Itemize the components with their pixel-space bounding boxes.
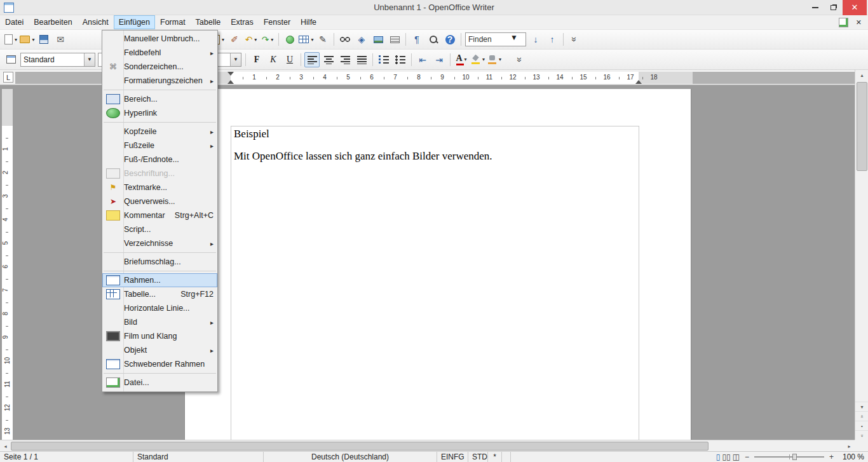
decrease-indent-button[interactable]: ⇤	[415, 52, 430, 67]
next-page-button[interactable]: «	[855, 430, 868, 440]
email-button[interactable]: ✉	[53, 32, 68, 47]
font-size-dropdown-arrow-icon[interactable]: ▼	[230, 53, 241, 66]
insert-menu-item-kopfzeile[interactable]: Kopfzeile▸	[102, 125, 217, 139]
open-dropdown-arrow-icon[interactable]: ▾	[32, 37, 34, 43]
find-input[interactable]	[466, 33, 510, 46]
find-next-button[interactable]: ↓	[528, 32, 543, 47]
indent-marker[interactable]	[635, 80, 642, 84]
styles-panel-button[interactable]	[3, 52, 18, 67]
restore-button[interactable]	[824, 0, 843, 15]
find-previous-button[interactable]: ↑	[545, 32, 560, 47]
paragraph-style-combo[interactable]: Standard▼	[20, 53, 95, 67]
menubar-item-ansicht[interactable]: Ansicht	[78, 15, 114, 29]
horizontal-scrollbar-thumb[interactable]	[11, 442, 709, 451]
background-color-button[interactable]: ▾	[487, 52, 502, 67]
background-color-dropdown-arrow-icon[interactable]: ▾	[499, 57, 501, 62]
menubar-item-hilfe[interactable]: Hilfe	[295, 15, 322, 29]
insert-menu-item-bild[interactable]: Bild▸	[102, 315, 217, 329]
new-document-button[interactable]: ▾	[3, 32, 18, 47]
view-single-page-icon[interactable]: ▯	[716, 452, 721, 461]
insert-menu-item-bereich[interactable]: Bereich...	[102, 92, 217, 106]
view-book-icon[interactable]: ◫	[733, 452, 740, 461]
update-notification-icon[interactable]	[839, 18, 848, 27]
insert-menu-item-tabelle[interactable]: Tabelle...Strg+F12	[102, 287, 217, 301]
numbered-list-button[interactable]	[376, 52, 391, 67]
vertical-ruler[interactable]: 12345678910111213	[2, 89, 13, 440]
insert-menu-item-script[interactable]: Script...	[102, 222, 217, 236]
help-button[interactable]: ?	[442, 32, 458, 47]
highlighting-button[interactable]: ▾	[470, 52, 485, 67]
insert-menu-item-formatierungszeichen[interactable]: Formatierungszeichen▸	[102, 74, 217, 88]
paragraph-style-dropdown-arrow-icon[interactable]: ▼	[84, 53, 95, 66]
paste-dropdown-arrow-icon[interactable]: ▾	[222, 37, 224, 43]
insert-menu-item-film-und-klang[interactable]: Film und Klang	[102, 329, 217, 343]
vertical-scrollbar[interactable]: ▴ ▾ « • «	[855, 70, 868, 440]
find-dropdown-arrow-icon[interactable]: ▼	[510, 33, 518, 46]
document-page[interactable]: Beispiel Mit OpenOffice lassen sich ganz…	[184, 89, 691, 440]
navigator-button[interactable]: ◈	[354, 32, 369, 47]
new-document-dropdown-arrow-icon[interactable]: ▾	[15, 37, 17, 43]
insert-menu-item-briefumschlag[interactable]: Briefumschlag...	[102, 255, 217, 269]
status-insert-mode[interactable]: EINFG	[437, 452, 468, 462]
find-replace-button[interactable]	[337, 32, 353, 47]
underline-button[interactable]: U	[282, 52, 297, 67]
first-line-indent-marker[interactable]	[227, 72, 234, 76]
zoom-level[interactable]: 100 %	[839, 452, 864, 461]
navigation-button[interactable]: •	[855, 421, 868, 430]
font-color-button[interactable]: A▾	[454, 52, 469, 67]
insert-menu-item-sonderzeichen[interactable]: ⌘Sonderzeichen...	[102, 60, 217, 74]
zoom-slider[interactable]	[754, 453, 824, 461]
status-language[interactable]: Deutsch (Deutschland)	[264, 452, 437, 462]
font-size-combo[interactable]: ▼	[215, 53, 241, 67]
scroll-up-button[interactable]: ▴	[855, 70, 868, 81]
horizontal-scrollbar[interactable]: ◂ ▸	[0, 440, 855, 451]
undo-dropdown-arrow-icon[interactable]: ▾	[254, 37, 257, 43]
insert-menu-item-verzeichnisse[interactable]: Verzeichnisse▸	[102, 236, 217, 250]
insert-menu-item-querverweis[interactable]: ➤Querverweis...	[102, 194, 217, 208]
menubar-item-extras[interactable]: Extras	[226, 15, 258, 29]
insert-menu-item-hyperlink[interactable]: Hyperlink	[102, 106, 217, 120]
close-document-button[interactable]: ✕	[853, 18, 864, 27]
align-right-button[interactable]	[337, 52, 353, 67]
redo-dropdown-arrow-icon[interactable]: ▾	[271, 37, 273, 43]
align-left-button[interactable]	[304, 52, 320, 67]
scroll-right-button[interactable]: ▸	[844, 440, 855, 452]
status-page-style[interactable]: Standard	[133, 452, 264, 462]
data-sources-button[interactable]	[387, 32, 402, 47]
format-toolbar-overflow-button[interactable]: »	[512, 52, 527, 67]
status-page-number[interactable]: Seite 1 / 1	[0, 452, 133, 462]
draw-functions-button[interactable]: ✎	[315, 32, 330, 47]
italic-button[interactable]: K	[266, 52, 281, 67]
status-selection-mode[interactable]: STD	[468, 452, 488, 462]
nonprinting-characters-button[interactable]: ¶	[409, 32, 424, 47]
view-multi-page-icon[interactable]: ▯▯	[722, 452, 730, 461]
table-dropdown-arrow-icon[interactable]: ▾	[311, 37, 313, 43]
zoom-in-button[interactable]: +	[828, 452, 835, 461]
previous-page-button[interactable]: «	[855, 411, 868, 421]
toolbar-overflow-button[interactable]: »	[567, 32, 582, 47]
open-button[interactable]: ▾	[20, 32, 35, 47]
zoom-button[interactable]	[426, 32, 441, 47]
align-center-button[interactable]	[321, 52, 336, 67]
insert-menu-item-fu-endnote[interactable]: Fuß-/Endnote...	[102, 153, 217, 166]
menubar-item-bearbeiten[interactable]: Bearbeiten	[29, 15, 77, 29]
menubar-item-tabelle[interactable]: Tabelle	[191, 15, 226, 29]
menubar-item-format[interactable]: Format	[155, 15, 191, 29]
bullet-list-button[interactable]	[393, 52, 408, 67]
bold-button[interactable]: F	[249, 52, 264, 67]
font-color-dropdown-arrow-icon[interactable]: ▾	[465, 57, 467, 62]
insert-menu-item-textmarke[interactable]: ⚑Textmarke...	[102, 180, 217, 194]
insert-menu-item-rahmen[interactable]: Rahmen...	[102, 273, 217, 287]
indent-marker[interactable]	[227, 80, 234, 84]
insert-menu-item-objekt[interactable]: Objekt▸	[102, 343, 217, 357]
insert-menu-item-horizontale-linie[interactable]: Horizontale Linie...	[102, 301, 217, 315]
table-button[interactable]: ▾	[299, 32, 314, 47]
minimize-button[interactable]	[806, 0, 824, 15]
zoom-slider-thumb[interactable]	[792, 454, 797, 460]
scroll-down-button[interactable]: ▾	[855, 402, 868, 411]
undo-button[interactable]: ↶▾	[243, 32, 259, 47]
align-justify-button[interactable]	[354, 52, 369, 67]
insert-menu-item-feldbefehl[interactable]: Feldbefehl▸	[102, 46, 217, 60]
menubar-item-datei[interactable]: Datei	[0, 15, 29, 29]
redo-button[interactable]: ↷▾	[260, 32, 275, 47]
